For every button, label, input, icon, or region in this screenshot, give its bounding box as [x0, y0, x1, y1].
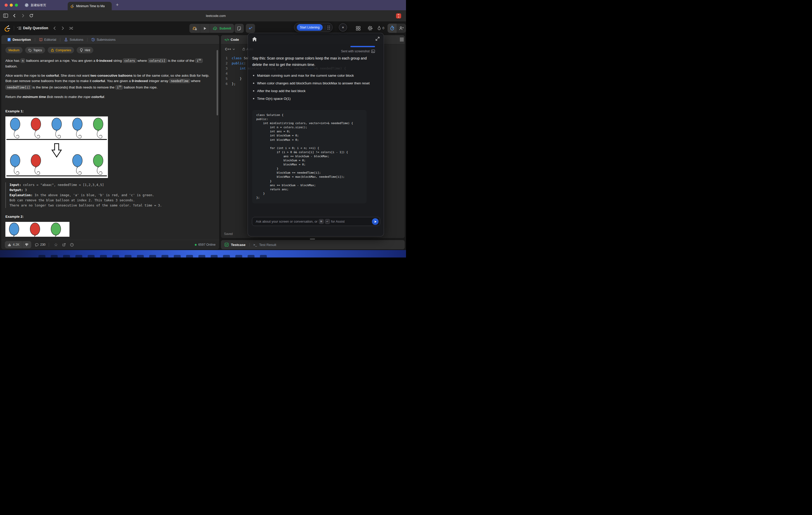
like-button[interactable]: 4.2K: [5, 241, 22, 248]
daily-question-link[interactable]: Daily Question: [23, 26, 48, 30]
balloons-before-after: [5, 116, 108, 178]
submit-button[interactable]: Submit: [210, 24, 234, 33]
code-tab-label[interactable]: Code: [231, 38, 239, 42]
minimize-window-button[interactable]: [10, 4, 13, 7]
home-icon[interactable]: [252, 37, 257, 42]
online-dot: [195, 244, 197, 246]
back-icon[interactable]: [12, 13, 17, 18]
enter-key-icon: ↵: [325, 219, 330, 224]
test-result-tab[interactable]: Test Result: [259, 243, 276, 247]
next-question-icon[interactable]: [61, 26, 65, 30]
debug-button[interactable]: [190, 24, 200, 33]
overlay-code: class Solution { public: int minCost(str…: [256, 113, 362, 200]
example1-image: [5, 116, 215, 178]
panel-menu-icon[interactable]: [400, 38, 404, 41]
send-arrow-icon: [374, 220, 377, 223]
browser-toolbar: leetcode.com 中 A: [0, 10, 406, 22]
io-line: There are no longer two consecutive ball…: [9, 203, 215, 208]
topics-badge[interactable]: Topics: [25, 47, 45, 53]
page: Daily Question Submit Start Listening: [0, 22, 406, 250]
description-icon: [7, 38, 11, 42]
timer-button[interactable]: [387, 24, 397, 33]
vote-group: 4.2K: [5, 241, 31, 248]
divider: [14, 26, 14, 30]
notes-button[interactable]: [234, 24, 244, 33]
desktop-wallpaper: [0, 250, 406, 258]
streak-count: 0: [382, 26, 384, 30]
thumbs-down-icon: [25, 243, 29, 247]
drag-handle-icon[interactable]: [327, 26, 330, 29]
save-status: Saved: [224, 232, 233, 236]
send-button[interactable]: [372, 218, 379, 225]
browser-tab-newtab[interactable]: 新建标签页: [25, 0, 46, 10]
language-select[interactable]: C++: [225, 48, 231, 51]
hint-badge[interactable]: Hint: [77, 47, 93, 53]
invite-button[interactable]: [397, 24, 406, 33]
problem-footer: 4.2K 230 ☆ ?: [1, 240, 219, 249]
tab-label: 新建标签页: [31, 3, 46, 7]
new-tab-button[interactable]: +: [116, 2, 119, 8]
scrollbar[interactable]: [216, 50, 218, 115]
run-button[interactable]: [200, 24, 210, 33]
add-user-icon: [399, 26, 404, 30]
tab-solutions[interactable]: Solutions: [62, 38, 85, 42]
testcase-check-icon: [225, 243, 229, 247]
prev-question-icon[interactable]: [53, 26, 56, 30]
help-button[interactable]: ?: [70, 243, 74, 247]
problem-panel: Description Editorial Solutions Submissi…: [1, 35, 219, 249]
gear-icon[interactable]: [368, 26, 373, 31]
sidebar-toggle-icon[interactable]: [3, 13, 8, 18]
solutions-icon: [64, 38, 68, 42]
url-bar[interactable]: leetcode.com: [182, 14, 249, 18]
shuffle-icon[interactable]: [69, 26, 73, 30]
comments-button[interactable]: 230: [35, 243, 46, 247]
close-window-button[interactable]: [5, 4, 8, 7]
overlay-bullet: Maintain running sum and max for the cur…: [252, 73, 372, 79]
browser-tab-leetcode[interactable]: Minimum Time to Ma: [68, 2, 112, 10]
layout-icon[interactable]: [356, 26, 360, 31]
overlay-code-block: class Solution { public: int minCost(str…: [252, 110, 367, 204]
problem-tabs: Description Editorial Solutions Submissi…: [1, 35, 219, 44]
overlay-bullet: After the loop add the last block: [252, 88, 372, 94]
start-listening-button[interactable]: Start Listening: [297, 24, 323, 31]
sent-with-screenshot: Sent with screenshot: [341, 50, 375, 53]
like-count: 4.2K: [13, 243, 20, 246]
code-icon: </>: [225, 38, 229, 42]
compass-icon: [25, 3, 29, 7]
zoom-window-button[interactable]: [15, 4, 18, 7]
ai-assist-button[interactable]: [246, 24, 255, 33]
tab-editorial[interactable]: Editorial: [37, 38, 59, 42]
problem-list-icon[interactable]: [17, 26, 22, 30]
difficulty-badge[interactable]: Medium: [5, 47, 23, 53]
screen: 新建标签页 Minimum Time to Ma + leetcode.com …: [0, 0, 406, 258]
assist-input[interactable]: Ask about your screen or conversation, o…: [252, 217, 380, 226]
forward-icon[interactable]: [21, 13, 25, 18]
reload-icon[interactable]: [29, 13, 34, 18]
expand-icon[interactable]: [376, 37, 380, 41]
dislike-button[interactable]: [22, 241, 31, 248]
companies-badge[interactable]: Companies: [48, 47, 74, 53]
paragraph: Alice has n balloons arranged on a rope.…: [5, 57, 215, 69]
paragraph: Return the minimum time Bob needs to mak…: [5, 94, 215, 100]
close-assistant-button[interactable]: ×: [339, 23, 347, 31]
share-button[interactable]: [62, 243, 66, 247]
lightbulb-icon: [80, 48, 83, 52]
favorite-button[interactable]: ☆: [54, 243, 58, 247]
leetcode-logo[interactable]: [5, 25, 11, 31]
testcase-tab[interactable]: Testcase: [231, 243, 245, 247]
translate-extension-icon[interactable]: 中 A: [396, 13, 401, 19]
io-line: Input: colors = "abaac", neededTime = [1…: [9, 182, 215, 188]
streak-flame-icon[interactable]: [377, 25, 381, 31]
testcase-panel: Testcase >_ Test Result: [221, 240, 405, 249]
cmd-key-icon: ⌘: [319, 219, 324, 224]
example1-heading: Example 1:: [5, 109, 215, 113]
tab-submissions[interactable]: Submissions: [89, 38, 118, 42]
dock: [38, 255, 267, 258]
say-this-text: Say this: Scan once group same colors ke…: [252, 55, 373, 68]
example2-heading: Example 2:: [5, 215, 215, 218]
tab-description[interactable]: Description: [5, 38, 33, 42]
problem-content[interactable]: Medium Topics Companies Hint Alice has n: [1, 44, 219, 240]
paragraph: Alice wants the rope to be colorful. She…: [5, 73, 215, 90]
panel-resize-handle[interactable]: [310, 239, 315, 240]
divider: [325, 25, 325, 30]
